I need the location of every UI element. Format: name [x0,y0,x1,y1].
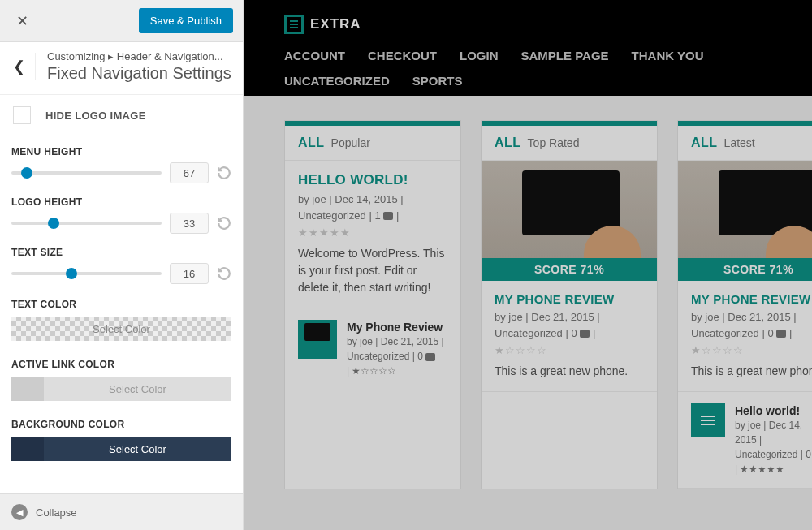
text-size-input[interactable] [170,263,209,284]
comment-icon [425,353,435,361]
post-hero-image[interactable] [678,161,812,258]
logo-height-input[interactable] [170,213,209,234]
column-latest: ALL Latest SCORE 71% MY PHONE REVIEW by … [677,120,812,489]
background-color-button[interactable]: Select Color [11,437,231,461]
text-size-label: TEXT SIZE [11,247,231,258]
nav-item[interactable]: THANK YOU [632,49,704,62]
post-item[interactable]: Hello world! by joe | Dec 14, 2015 | Unc… [678,392,812,489]
post-item[interactable]: MY PHONE REVIEW by joe | Dec 21, 2015 | … [482,281,657,392]
post-thumbnail [298,320,337,359]
active-link-color-button[interactable]: Select Color [11,377,231,401]
nav-item[interactable]: SAMPLE PAGE [521,49,609,62]
panel-title: Fixed Navigation Settings [47,64,231,83]
main-nav: ACCOUNT CHECKOUT LOGIN SAMPLE PAGE THANK… [284,49,771,88]
nav-item[interactable]: LOGIN [460,49,499,62]
sidebar-header: ❮ Customizing ▸ Header & Navigation... F… [0,42,243,95]
nav-item[interactable]: ACCOUNT [284,49,345,62]
site-preview: EXTRA ACCOUNT CHECKOUT LOGIN SAMPLE PAGE… [244,0,812,530]
column-sub-label: Popular [331,136,370,149]
post-meta: by joe | Dec 14, 2015 | [735,418,812,447]
comment-icon [776,330,786,338]
post-excerpt: This is a great new phone. [495,363,644,380]
rating-stars: ★☆☆☆☆ [495,344,644,356]
reset-icon[interactable] [217,266,231,281]
comment-icon [580,330,590,338]
close-icon[interactable]: ✕ [10,9,35,33]
post-meta: by joe | Dec 14, 2015 | [298,192,447,208]
sidebar-body: HIDE LOGO IMAGE MENU HEIGHT LOGO HEIGHT … [0,95,243,493]
post-meta: Uncategorized | 0 [735,447,812,462]
reset-icon[interactable] [217,216,231,231]
nav-item[interactable]: CHECKOUT [368,49,437,62]
rating-stars: ★☆☆☆☆ [691,344,812,356]
post-title[interactable]: MY PHONE REVIEW [495,292,644,306]
color-swatch [11,377,44,401]
post-excerpt: This is a great new phone. [691,363,812,380]
rating-stars: | ★★★★★ [735,462,812,476]
post-meta: Uncategorized | 1 | [298,208,447,224]
text-color-button[interactable]: Select Color [11,317,231,341]
rating-stars: ★★★★★ [298,226,447,239]
logo-height-slider[interactable] [11,222,162,225]
save-publish-button[interactable]: Save & Publish [139,8,233,33]
breadcrumb-root[interactable]: Customizing [47,50,106,62]
rating-stars: | ★☆☆☆☆ [347,364,444,378]
text-color-label: TEXT COLOR [11,299,231,310]
column-header[interactable]: ALL Top Rated [482,121,657,161]
post-title[interactable]: MY PHONE REVIEW [691,292,812,306]
logo-icon [284,15,304,34]
post-excerpt: Welcome to WordPress. This is your first… [298,245,447,296]
hide-logo-option[interactable]: HIDE LOGO IMAGE [0,95,243,136]
score-badge: SCORE 71% [678,258,812,281]
chevron-right-icon: ▸ [108,50,117,62]
back-icon[interactable]: ❮ [10,53,36,80]
sidebar-footer[interactable]: ◀ Collapse [0,493,243,530]
column-all-label: ALL [691,136,718,150]
post-title[interactable]: Hello world! [735,403,812,418]
menu-height-control: MENU HEIGHT [0,136,243,187]
column-header[interactable]: ALL Popular [285,121,460,161]
column-sub-label: Latest [724,136,755,149]
reset-icon[interactable] [217,166,231,180]
menu-height-input[interactable] [170,162,209,183]
nav-item[interactable]: UNCATEGORIZED [284,74,390,88]
hide-logo-checkbox[interactable] [13,106,31,124]
site-logo[interactable]: EXTRA [284,15,771,34]
column-sub-label: Top Rated [528,136,580,149]
background-color-label: BACKGROUND COLOR [11,419,231,430]
column-popular: ALL Popular HELLO WORLD! by joe | Dec 14… [284,120,461,489]
text-size-slider[interactable] [11,272,162,275]
menu-height-slider[interactable] [11,171,162,175]
color-swatch [11,317,44,341]
post-item[interactable]: My Phone Review by joe | Dec 21, 2015 | … [285,308,460,390]
breadcrumb-section[interactable]: Header & Navigation... [117,50,223,62]
content-columns: ALL Popular HELLO WORLD! by joe | Dec 14… [244,96,812,514]
collapse-icon[interactable]: ◀ [11,504,28,520]
menu-height-label: MENU HEIGHT [11,146,231,157]
comment-icon [383,212,393,220]
post-title[interactable]: My Phone Review [347,320,444,334]
nav-item[interactable]: SPORTS [412,74,463,88]
site-header: EXTRA ACCOUNT CHECKOUT LOGIN SAMPLE PAGE… [244,0,812,96]
breadcrumb: Customizing ▸ Header & Navigation... [47,50,231,62]
post-meta: by joe | Dec 21, 2015 | [495,309,644,325]
collapse-label: Collapse [36,506,77,519]
text-size-control: TEXT SIZE [0,237,243,287]
column-top-rated: ALL Top Rated SCORE 71% MY PHONE REVIEW … [481,120,658,489]
column-header[interactable]: ALL Latest [678,121,812,161]
active-link-color-label: ACTIVE LINK COLOR [11,359,231,370]
post-meta: Uncategorized | 0 [347,349,444,364]
post-meta: Uncategorized | 0 | [495,325,644,342]
customizer-sidebar: ✕ Save & Publish ❮ Customizing ▸ Header … [0,0,244,530]
color-swatch [11,437,44,461]
post-item[interactable]: HELLO WORLD! by joe | Dec 14, 2015 | Unc… [285,161,460,308]
logo-height-control: LOGO HEIGHT [0,187,243,237]
post-meta: by joe | Dec 21, 2015 | [691,309,812,325]
post-item[interactable]: MY PHONE REVIEW by joe | Dec 21, 2015 | … [678,281,812,392]
post-meta: by joe | Dec 21, 2015 | [347,334,444,349]
text-color-control: TEXT COLOR Select Color [0,287,243,347]
post-hero-image[interactable] [482,161,657,258]
column-all-label: ALL [298,136,325,150]
post-title[interactable]: HELLO WORLD! [298,172,447,188]
score-badge: SCORE 71% [482,258,657,281]
